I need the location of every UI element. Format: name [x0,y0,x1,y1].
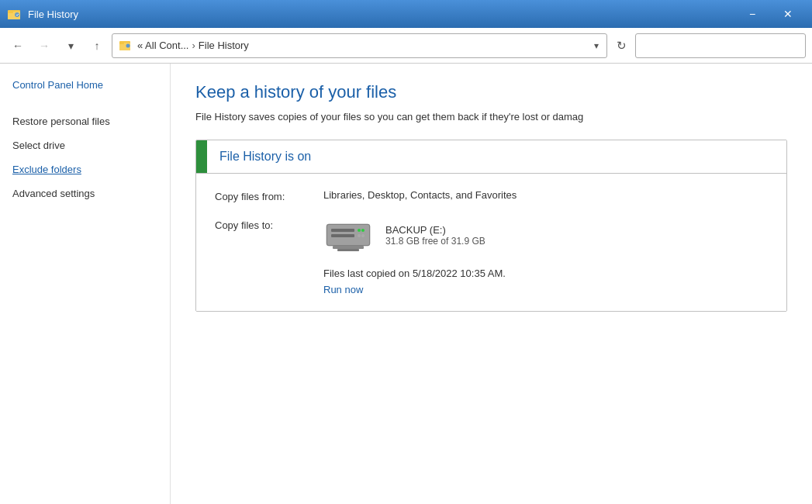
refresh-button[interactable]: ↻ [610,35,632,57]
svg-rect-12 [331,234,354,237]
page-subtitle: File History saves copies of your files … [195,110,787,124]
copy-to-row: Copy files to: [215,218,768,252]
run-now-link[interactable]: Run now [323,284,363,295]
svg-rect-2 [8,11,13,13]
sidebar-item-home[interactable]: Control Panel Home [12,79,157,91]
app-icon [6,6,22,22]
svg-rect-11 [331,229,354,232]
status-label: File History is on [207,140,323,173]
title-bar: File History − ✕ [0,0,812,28]
file-history-box: File History is on Copy files from: Libr… [195,140,787,312]
content-area: Keep a history of your files File Histor… [171,64,812,504]
svg-point-14 [361,229,365,232]
svg-rect-6 [119,42,124,44]
close-button[interactable]: ✕ [770,0,806,28]
title-bar-left: File History [6,6,78,22]
fh-header: File History is on [196,140,786,174]
copy-from-value: Libraries, Desktop, Contacts, and Favori… [323,189,517,201]
copy-from-label: Copy files from: [215,189,323,202]
address-icon [119,39,133,53]
address-prefix: « All Cont... [137,40,188,51]
copy-to-label: Copy files to: [215,218,323,231]
recent-locations-button[interactable]: ▾ [59,34,82,57]
search-input[interactable] [635,33,806,58]
drive-info: BACKUP (E:) 31.8 GB free of 31.9 GB [385,224,485,247]
status-indicator-green [196,140,207,173]
svg-point-7 [126,43,130,47]
minimize-button[interactable]: − [734,0,770,28]
up-button[interactable]: ↑ [85,34,109,57]
title-bar-controls: − ✕ [734,0,806,28]
address-dropdown-button[interactable]: ▾ [593,39,600,53]
drive-row: BACKUP (E:) 31.8 GB free of 31.9 GB [323,218,485,252]
svg-rect-18 [337,249,359,251]
back-button[interactable]: ← [6,34,29,57]
sidebar-item-advanced-settings[interactable]: Advanced settings [12,188,157,199]
last-copied-section: Files last copied on 5/18/2022 10:35 AM.… [323,268,768,295]
drive-name: BACKUP (E:) [385,224,485,236]
address-current: File History [199,40,249,51]
fh-body: Copy files from: Libraries, Desktop, Con… [196,174,786,311]
sidebar-spacer [12,103,157,116]
svg-point-16 [361,234,365,237]
svg-point-3 [15,12,19,17]
forward-button[interactable]: → [33,34,56,57]
svg-point-15 [358,234,361,237]
sidebar: Control Panel Home Restore personal file… [0,64,171,504]
copy-from-row: Copy files from: Libraries, Desktop, Con… [215,189,768,202]
window-title: File History [28,9,78,20]
sidebar-item-exclude-folders[interactable]: Exclude folders [12,164,157,175]
page-title: Keep a history of your files [195,82,787,102]
svg-rect-17 [333,246,364,249]
address-text: « All Cont... › File History [137,40,588,51]
nav-bar: ← → ▾ ↑ « All Cont... › File History ▾ ↻ [0,28,812,64]
address-separator: › [192,40,195,51]
last-copied-text: Files last copied on 5/18/2022 10:35 AM. [323,268,768,279]
sidebar-item-restore[interactable]: Restore personal files [12,116,157,127]
drive-icon [323,218,373,252]
main-container: Control Panel Home Restore personal file… [0,64,812,504]
svg-point-13 [358,229,361,232]
address-bar[interactable]: « All Cont... › File History ▾ [112,33,607,58]
sidebar-item-select-drive[interactable]: Select drive [12,140,157,151]
drive-space: 31.8 GB free of 31.9 GB [385,236,485,247]
